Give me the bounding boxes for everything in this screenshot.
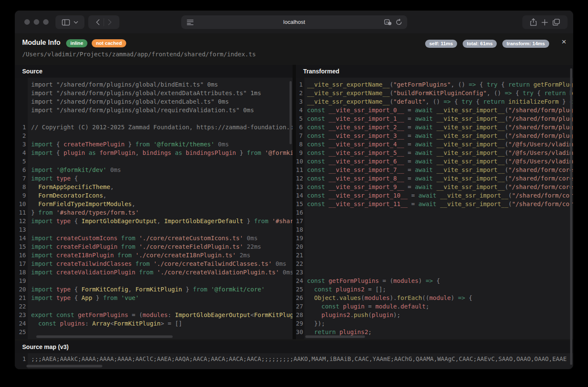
code-text: import createTailwindClasses from './cor… bbox=[26, 259, 287, 268]
code-line: 5 bbox=[15, 157, 293, 166]
code-text: FormAppSpecificTheme, bbox=[26, 183, 114, 191]
code-line: 22 bbox=[296, 259, 573, 268]
line-number: 19 bbox=[15, 276, 26, 285]
line-number: 9 bbox=[296, 148, 303, 157]
line-number: 19 bbox=[296, 234, 303, 242]
tabs-overview-icon[interactable] bbox=[553, 19, 560, 26]
svg-text:A: A bbox=[385, 20, 388, 24]
code-line: 23 bbox=[296, 268, 573, 276]
code-line: 16import createI18nPlugin from './core/c… bbox=[15, 251, 293, 259]
code-text: import type { App } from 'vue' bbox=[26, 294, 139, 302]
line-number: 26 bbox=[296, 294, 303, 302]
code-line: 4const __vite_ssr_import_0__ = await __v… bbox=[296, 106, 573, 114]
sidebar-toggle-button[interactable] bbox=[55, 15, 84, 29]
code-line: 14const __vite_ssr_import_10__ = await _… bbox=[296, 191, 573, 200]
line-number: 1 bbox=[15, 123, 26, 131]
new-tab-icon[interactable] bbox=[542, 19, 548, 26]
code-line: 15import createFieldPlugin from './core/… bbox=[15, 242, 293, 251]
code-text: const plugin = module.default; bbox=[303, 302, 429, 311]
code-text: import createCustomIcons from './core/cr… bbox=[26, 234, 258, 242]
code-text bbox=[303, 217, 307, 225]
window-zoom-button[interactable] bbox=[43, 19, 49, 25]
code-text: const getFormPlugins = (modules) => { bbox=[303, 276, 440, 285]
line-number: 30 bbox=[296, 328, 303, 336]
code-text bbox=[303, 242, 307, 251]
line-number bbox=[15, 89, 26, 97]
code-text: import "/shared/form/plugins/global/requ… bbox=[26, 106, 254, 114]
code-line: 23export const getFormPlugins = (modules… bbox=[15, 311, 293, 319]
code-line: 25 bbox=[15, 328, 293, 336]
transformed-hscrollbar[interactable] bbox=[305, 335, 365, 338]
code-line: import "/shared/form/plugins/global/bind… bbox=[15, 80, 293, 89]
transformed-code-view[interactable]: 1__vite_ssr_exportName__("getFormPlugins… bbox=[296, 78, 573, 339]
address-bar[interactable]: localhost A bbox=[181, 15, 407, 29]
timing-metrics: self: 11ms total: 61ms transform: 14ms bbox=[422, 39, 549, 48]
source-hscrollbar[interactable] bbox=[36, 335, 173, 338]
code-line: 14import createCustomIcons from './core/… bbox=[15, 234, 293, 242]
code-text bbox=[26, 225, 31, 234]
code-line: 3__vite_ssr_exportName__("default", () =… bbox=[296, 97, 573, 106]
code-line: 16 bbox=[296, 208, 573, 217]
code-text: const __vite_ssr_import_3__ = await __vi… bbox=[303, 131, 573, 140]
sourcemap-hscrollbar[interactable] bbox=[26, 365, 102, 367]
module-file-path: /Users/vladimir/Projects/zammad/app/fron… bbox=[22, 51, 256, 58]
window-close-button[interactable] bbox=[24, 19, 30, 25]
page-header: Module Info inline not cached self: 11ms… bbox=[15, 33, 573, 65]
sourcemap-title: Source map (v3) bbox=[15, 340, 573, 353]
source-panel-title: Source bbox=[15, 65, 293, 78]
code-text: plugins2.push(plugin); bbox=[303, 311, 400, 319]
code-text bbox=[26, 328, 31, 336]
source-panel: Source import "/shared/form/plugins/glob… bbox=[15, 65, 293, 339]
line-number: 16 bbox=[296, 208, 303, 217]
share-icon[interactable] bbox=[530, 18, 537, 26]
back-icon[interactable] bbox=[96, 19, 100, 25]
code-text: import { plugin as formPlugin, bindings … bbox=[26, 148, 293, 157]
code-line: 11} from '#shared/types/form.ts' bbox=[15, 208, 293, 217]
line-number: 22 bbox=[15, 302, 26, 311]
line-number: 6 bbox=[15, 166, 26, 174]
line-number: 18 bbox=[296, 225, 303, 234]
code-line: 24const getFormPlugins = (modules) => { bbox=[296, 276, 573, 285]
line-number: 11 bbox=[296, 166, 303, 174]
line-number: 8 bbox=[296, 140, 303, 148]
url-text[interactable]: localhost bbox=[181, 19, 407, 25]
code-line: import "/shared/form/plugins/global/exte… bbox=[15, 89, 293, 97]
metric-transform: transform: 14ms bbox=[502, 40, 549, 48]
line-number: 1 bbox=[296, 80, 303, 89]
source-code-view[interactable]: import "/shared/form/plugins/global/bind… bbox=[15, 78, 293, 339]
code-line: 28 plugins2.push(plugin); bbox=[296, 311, 573, 319]
code-line: 30 return plugins2; bbox=[296, 328, 573, 336]
line-number bbox=[15, 106, 26, 114]
page-title: Module Info bbox=[22, 39, 61, 47]
code-line: 17import createTailwindClasses from './c… bbox=[15, 259, 293, 268]
source-vscrollbar[interactable] bbox=[290, 81, 292, 144]
code-panels: Source import "/shared/form/plugins/glob… bbox=[15, 65, 573, 339]
reload-icon[interactable] bbox=[396, 19, 402, 26]
line-number: 7 bbox=[296, 131, 303, 140]
code-text: __vite_ssr_exportName__("buildFormKitPlu… bbox=[303, 89, 573, 97]
line-number: 17 bbox=[15, 259, 26, 268]
code-text: import type { ImportGlobEagerOutput, Imp… bbox=[26, 217, 293, 225]
code-line: 18 bbox=[296, 225, 573, 234]
code-text bbox=[26, 114, 31, 123]
close-icon[interactable]: × bbox=[562, 37, 566, 47]
page-vscrollbar[interactable] bbox=[570, 68, 572, 365]
code-line: 1__vite_ssr_exportName__("getFormPlugins… bbox=[296, 80, 573, 89]
code-text: // Copyright (C) 2012-2025 Zammad Founda… bbox=[26, 123, 293, 131]
line-number: 29 bbox=[296, 319, 303, 328]
line-number: 24 bbox=[296, 276, 303, 285]
translate-icon[interactable]: A bbox=[384, 19, 392, 26]
status-badge-inline: inline bbox=[66, 39, 87, 47]
window-minimize-button[interactable] bbox=[34, 19, 39, 25]
forward-icon[interactable] bbox=[108, 19, 112, 25]
code-line: 25 const plugins2 = []; bbox=[296, 285, 573, 294]
code-line: 10 FormFieldTypeImportModules, bbox=[15, 200, 293, 208]
code-line: 6import '@formkit/dev' 0ms bbox=[15, 166, 293, 174]
line-number: 23 bbox=[15, 311, 26, 319]
code-line: 7import type { bbox=[15, 174, 293, 183]
line-number: 15 bbox=[15, 242, 26, 251]
line-number: 18 bbox=[15, 268, 26, 276]
transformed-panel-title: Transformed bbox=[296, 65, 573, 78]
browser-toolbar: localhost A bbox=[15, 11, 573, 33]
code-line: 21import type { App } from 'vue' bbox=[15, 294, 293, 302]
